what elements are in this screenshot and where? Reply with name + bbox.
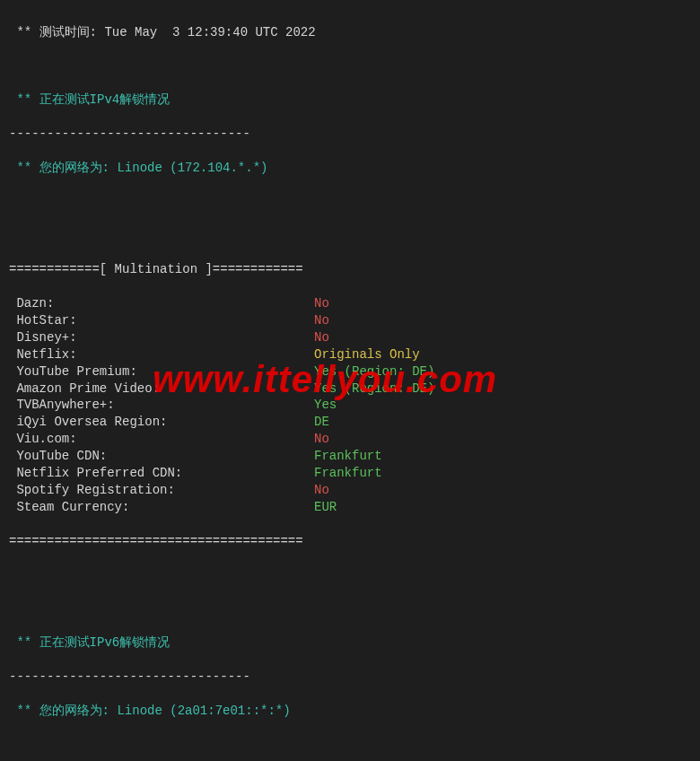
ipv4-network-line: ** 您的网络为: Linode (172.104.*.*) [9, 160, 691, 177]
result-label: YouTube CDN: [9, 448, 314, 465]
result-value: No [314, 295, 329, 312]
ipv6-network-value: Linode (2a01:7e01::*:*) [117, 704, 290, 718]
terminal-output: ** 测试时间: Tue May 3 12:39:40 UTC 2022 ** … [0, 0, 700, 761]
blank-line [9, 58, 691, 75]
blank-line [9, 194, 691, 211]
ipv4-dash: -------------------------------- [9, 126, 691, 143]
ipv6-testing-line: ** 正在测试IPv6解锁情况 [9, 634, 691, 652]
result-value: Yes (Region: DE) [314, 363, 434, 380]
result-row: YouTube CDN:Frankfurt [9, 448, 691, 465]
ipv6-network-prefix: ** 您的网络为: [9, 704, 117, 718]
result-row: Amazon Prime Video:Yes (Region: DE) [9, 380, 691, 398]
result-row: Netflix Preferred CDN:Frankfurt [9, 465, 691, 482]
result-value: Frankfurt [314, 465, 382, 482]
test-time-value: Tue May 3 12:39:40 UTC 2022 [104, 25, 315, 39]
blank-line [9, 566, 691, 583]
result-row: iQyi Oversea Region:DE [9, 414, 691, 431]
result-row: HotStar:No [9, 312, 691, 329]
result-row: Steam Currency:EUR [9, 499, 691, 516]
ipv4-section-footer: ======================================= [9, 533, 691, 550]
result-label: Netflix Preferred CDN: [9, 465, 314, 482]
result-label: Disney+: [9, 329, 314, 346]
blank-line [9, 736, 691, 753]
ipv4-network-prefix: ** 您的网络为: [9, 161, 117, 175]
result-label: Viu.com: [9, 431, 314, 448]
test-time-label: ** 测试时间: [9, 25, 104, 39]
result-value: No [314, 482, 329, 499]
result-label: Netflix: [9, 346, 314, 363]
result-value: No [314, 329, 329, 346]
ipv4-section-header: ============[ Multination ]============ [9, 261, 691, 278]
result-value: Yes (Region: DE) [314, 380, 434, 398]
ipv4-result-list: Dazn:No HotStar:No Disney+:No Netflix:Or… [9, 295, 691, 516]
result-value: DE [314, 414, 329, 431]
blank-line [9, 228, 691, 245]
header-line: ** 测试时间: Tue May 3 12:39:40 UTC 2022 [9, 24, 691, 41]
result-label: TVBAnywhere+: [9, 397, 314, 414]
result-row: Disney+:No [9, 329, 691, 346]
result-value: No [314, 312, 329, 329]
ipv4-network-value: Linode (172.104.*.*) [117, 161, 267, 175]
result-value: Originals Only [314, 346, 420, 363]
result-row: Dazn:No [9, 295, 691, 312]
result-label: YouTube Premium: [9, 363, 314, 380]
result-label: Dazn: [9, 295, 314, 312]
result-row: Viu.com:No [9, 431, 691, 448]
blank-line [9, 600, 691, 617]
result-label: HotStar: [9, 312, 314, 329]
ipv6-network-line: ** 您的网络为: Linode (2a01:7e01::*:*) [9, 703, 691, 720]
result-label: iQyi Oversea Region: [9, 414, 314, 431]
result-value: Frankfurt [314, 448, 382, 465]
result-row: YouTube Premium:Yes (Region: DE) [9, 363, 691, 380]
result-row: TVBAnywhere+:Yes [9, 397, 691, 414]
result-value: Yes [314, 397, 337, 414]
result-row: Netflix:Originals Only [9, 346, 691, 363]
ipv6-dash: -------------------------------- [9, 669, 691, 686]
ipv4-testing-line: ** 正在测试IPv4解锁情况 [9, 92, 691, 109]
result-value: No [314, 431, 329, 448]
result-label: Amazon Prime Video: [9, 380, 314, 398]
result-label: Spotify Registration: [9, 482, 314, 499]
result-value: EUR [314, 499, 337, 516]
result-row: Spotify Registration:No [9, 482, 691, 499]
result-label: Steam Currency: [9, 499, 314, 516]
